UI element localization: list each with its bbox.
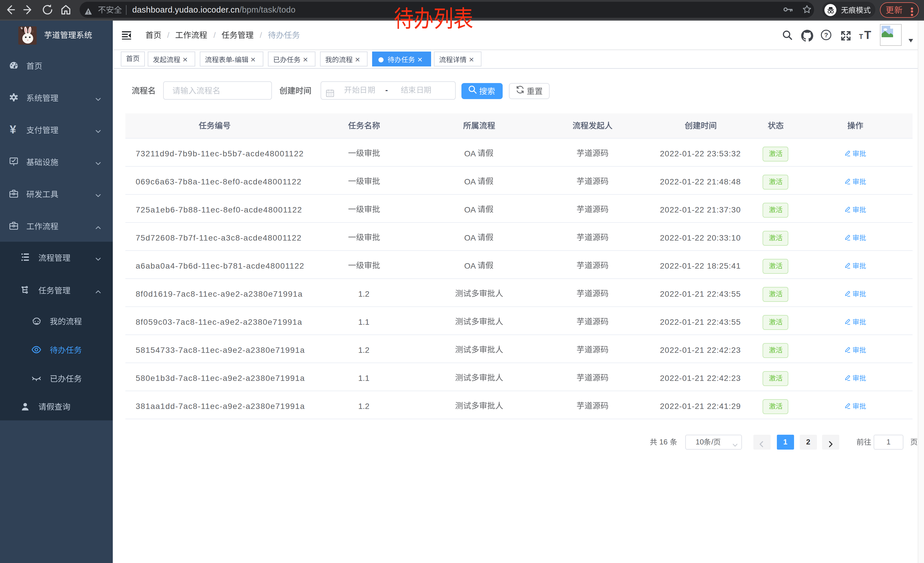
- svg-text:?: ?: [824, 32, 828, 39]
